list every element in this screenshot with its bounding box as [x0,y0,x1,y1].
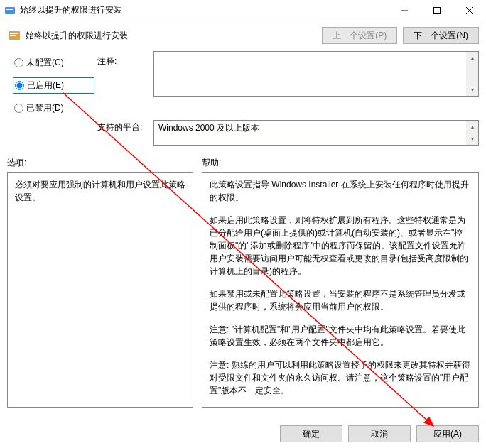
scroll-down-icon[interactable]: ▾ [466,133,478,145]
notes-textarea[interactable]: ▴ ▾ [153,51,479,97]
scrollbar[interactable]: ▴ ▾ [466,52,478,96]
maximize-button[interactable] [421,0,453,21]
notes-label: 注释: [97,51,151,67]
svg-rect-3 [434,7,441,13]
options-text: 必须对要应用强制的计算机和用户设置此策略设置。 [15,180,185,202]
cancel-button[interactable]: 取消 [348,425,411,442]
radio-enabled-label: 已启用(E) [27,80,64,92]
help-pane: 此策略设置指导 Windows Installer 在系统上安装任何程序时使用提… [202,172,479,408]
help-paragraph: 注意: "计算机配置"和"用户配置"文件夹中均有此策略设置。若要使此策略设置生效… [210,323,471,349]
help-paragraph: 如果禁用或未配置此策略设置，当安装的程序不是系统管理员分发或提供的程序时，系统将… [210,288,471,313]
options-pane: 必须对要应用强制的计算机和用户设置此策略设置。 [7,172,193,408]
radio-not-configured[interactable]: 未配置(C) [13,55,94,70]
scrollbar[interactable]: ▴ ▾ [466,121,478,145]
titlebar: 始终以提升的权限进行安装 [0,0,486,21]
platform-label: 支持的平台: [97,116,151,133]
next-setting-button[interactable]: 下一个设置(N) [403,27,479,44]
radio-enabled-input[interactable] [15,81,24,90]
help-paragraph: 此策略设置指导 Windows Installer 在系统上安装任何程序时使用提… [210,178,471,204]
radio-enabled[interactable]: 已启用(E) [13,77,94,94]
app-icon [4,5,16,16]
state-radio-group: 未配置(C) 已启用(E) 已禁用(D) [13,51,94,116]
policy-icon [7,28,21,43]
window-controls [388,0,486,21]
close-button[interactable] [453,0,486,21]
options-label: 选项: [7,157,193,169]
help-paragraph: 注意: 熟练的用户可以利用此策略设置授予的权限来更改其特权并获得对受限文件和文件… [210,359,471,397]
scroll-down-icon[interactable]: ▾ [466,84,478,96]
platform-text: Windows 2000 及以上版本 [158,123,259,133]
help-paragraph: 如果启用此策略设置，则将特权扩展到所有程序。这些特权通常是为已分配给用户(桌面上… [210,214,471,278]
radio-disabled-input[interactable] [14,104,23,113]
svg-rect-1 [6,9,14,10]
radio-not-configured-input[interactable] [14,58,23,67]
dialog-footer: 确定 取消 应用(A) [280,425,479,442]
radio-disabled[interactable]: 已禁用(D) [13,101,94,116]
header-title: 始终以提升的权限进行安装 [26,30,322,42]
ok-button[interactable]: 确定 [280,425,342,442]
svg-rect-7 [10,33,18,34]
scroll-up-icon[interactable]: ▴ [466,121,478,133]
minimize-button[interactable] [388,0,421,21]
radio-not-configured-label: 未配置(C) [26,57,64,69]
radio-disabled-label: 已禁用(D) [26,102,64,114]
previous-setting-button[interactable]: 上一个设置(P) [322,27,397,44]
platform-box: Windows 2000 及以上版本 ▴ ▾ [153,120,479,146]
svg-rect-8 [10,35,16,36]
help-label: 帮助: [202,157,479,169]
svg-rect-0 [5,7,15,14]
apply-button[interactable]: 应用(A) [416,425,479,442]
header-row: 始终以提升的权限进行安装 上一个设置(P) 下一个设置(N) [0,21,486,51]
scroll-up-icon[interactable]: ▴ [466,52,478,64]
window-title: 始终以提升的权限进行安装 [20,4,388,16]
